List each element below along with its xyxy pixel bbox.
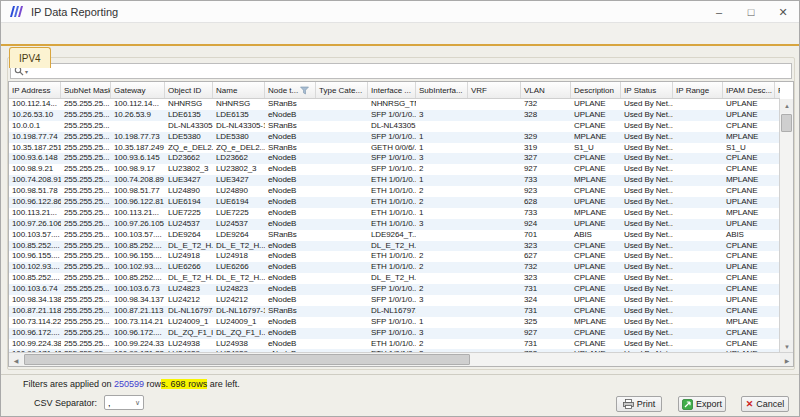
table-cell <box>316 328 368 339</box>
table-cell: CPLANE <box>723 339 775 350</box>
table-cell <box>673 175 723 186</box>
table-row[interactable]: 100.99.224.38255.255.25...100.99.224.33L… <box>9 339 780 350</box>
table-cell: LU24212 <box>213 295 265 306</box>
table-cell: 100.96.155.... <box>9 251 61 262</box>
cancel-button[interactable]: ✕ Cancel <box>741 396 789 412</box>
column-header-label: Gateway <box>114 86 146 95</box>
csv-separator-select[interactable]: , ∨ <box>104 395 144 410</box>
table-row[interactable]: 100.96.172....255.255.25...100.96.172...… <box>9 328 780 339</box>
table-cell: 100.74.208.91 <box>9 175 61 186</box>
close-icon[interactable]: ✕ <box>767 1 799 23</box>
column-header-label: IP Range <box>676 86 709 95</box>
table-row[interactable]: 10.35.187.251255.255.25...10.35.187.249Z… <box>9 143 780 154</box>
table-cell: CPLANE <box>723 306 775 317</box>
export-button[interactable]: Export <box>678 396 726 412</box>
table-row[interactable]: 100.103.6.74255.255.25...100.103.6.73LU2… <box>9 284 780 295</box>
column-header-label: IPAM Desc... <box>726 86 772 95</box>
table-row[interactable]: 100.112.14...255.255.25...100.112.14...N… <box>9 99 780 110</box>
horizontal-scrollbar[interactable]: ◀ ▶ <box>9 352 794 366</box>
table-cell: LUE6194 <box>165 197 213 208</box>
table-cell <box>316 306 368 317</box>
column-header-vlan[interactable]: VLAN <box>521 82 571 99</box>
table-row[interactable]: 100.97.26.106255.255.25...100.97.26.105L… <box>9 219 780 230</box>
table-cell: 100.85.252.... <box>9 273 61 284</box>
scroll-right-icon[interactable]: ▶ <box>780 353 794 367</box>
table-row[interactable]: 100.93.6.148255.255.25...100.93.6.145LD2… <box>9 153 780 164</box>
column-header-object-id[interactable]: Object ID <box>165 82 213 99</box>
table-cell: Used By Net... <box>621 273 673 284</box>
table-cell: Used By Net... <box>621 230 673 241</box>
table-row[interactable]: 100.102.93....255.255.25...100.102.93...… <box>9 262 780 273</box>
table-cell: 255.255.25... <box>61 99 111 110</box>
table-cell <box>673 132 723 143</box>
table-cell <box>316 110 368 121</box>
table-cell: DL_E_T2_H... <box>368 273 416 284</box>
scroll-left-icon[interactable]: ◀ <box>9 353 23 367</box>
table-row[interactable]: 10.26.53.10255.255.25...10.26.53.9LDE613… <box>9 110 780 121</box>
column-header-r[interactable]: R <box>775 82 780 99</box>
print-button[interactable]: Print <box>616 396 662 412</box>
table-cell: 328 <box>521 110 571 121</box>
column-header-interface[interactable]: Interface ... <box>368 82 416 99</box>
column-header-subnet-mask[interactable]: SubNet Mask <box>61 82 111 99</box>
table-row[interactable]: 100.98.9.21255.255.25...100.98.9.17LU238… <box>9 164 780 175</box>
table-row[interactable]: 10.198.77.74255.255.25...10.198.77.73LDE… <box>9 132 780 143</box>
column-header-ip-address[interactable]: IP Address <box>9 82 61 99</box>
table-row[interactable]: 100.74.208.91255.255.25...100.74.208.89L… <box>9 175 780 186</box>
search-box[interactable]: ▾ <box>10 63 792 79</box>
table-row[interactable]: 100.98.51.78255.255.25...100.98.51.77LU2… <box>9 186 780 197</box>
table-cell: 100.103.57.... <box>111 230 165 241</box>
table-cell <box>673 317 723 328</box>
table-cell: Used By Net... <box>621 121 673 132</box>
table-cell <box>316 186 368 197</box>
column-header-subinterfa[interactable]: SubInterfa... <box>416 82 468 99</box>
vertical-scrollbar[interactable]: ▲ ▼ <box>779 99 793 354</box>
horizontal-scroll-thumb[interactable] <box>24 354 470 365</box>
column-header-ip-range[interactable]: IP Range <box>673 82 723 99</box>
maximize-icon[interactable]: □ <box>735 1 767 23</box>
column-header-description[interactable]: Description <box>571 82 621 99</box>
table-cell <box>468 143 521 154</box>
table-cell <box>468 251 521 262</box>
table-cell <box>673 143 723 154</box>
table-cell <box>468 262 521 273</box>
table-cell <box>673 121 723 132</box>
table-row[interactable]: 100.73.114.22255.255.25...100.73.114.21L… <box>9 317 780 328</box>
table-cell: Used By Net... <box>621 262 673 273</box>
vertical-scroll-thumb[interactable] <box>781 114 792 132</box>
table-cell: ZQ_e_DEL2... <box>213 143 265 154</box>
table-cell: 100.85.252.... <box>9 241 61 252</box>
table-row[interactable]: 100.96.122.86255.255.25...100.96.122.81L… <box>9 197 780 208</box>
column-header-vrf[interactable]: VRF <box>468 82 521 99</box>
column-header-node-t[interactable]: Node t... <box>265 82 316 99</box>
table-cell: NHNRSG_TN... <box>368 99 416 110</box>
column-header-label: VRF <box>471 86 487 95</box>
column-header-type-cate[interactable]: Type Cate... <box>316 82 368 99</box>
table-row[interactable]: 10.0.0.1255.255.25...DL-NL43305-1DL-NL43… <box>9 121 780 132</box>
table-row[interactable]: 100.85.252....255.255.25...100.85.252...… <box>9 241 780 252</box>
table-cell: 923 <box>521 186 571 197</box>
tab-ipv4[interactable]: IPV4 <box>9 47 51 68</box>
filter-icon[interactable] <box>300 86 309 95</box>
table-cell: S1_U <box>723 143 775 154</box>
table-row[interactable]: 100.98.34.138255.255.25...100.98.34.137L… <box>9 295 780 306</box>
scroll-up-icon[interactable]: ▲ <box>780 99 794 113</box>
minimize-icon[interactable]: – <box>703 1 735 23</box>
column-header-gateway[interactable]: Gateway <box>111 82 165 99</box>
table-cell: Used By Net... <box>621 284 673 295</box>
table-cell: Used By Net... <box>621 197 673 208</box>
app-logo-icon <box>9 5 25 18</box>
table-row[interactable]: 100.113.21...255.255.25...100.113.21...L… <box>9 208 780 219</box>
column-header-name[interactable]: Name <box>213 82 265 99</box>
column-header-ip-status[interactable]: IP Status <box>621 82 673 99</box>
table-row[interactable]: 100.85.252....255.255.25...100.85.252...… <box>9 273 780 284</box>
table-cell: DL_E_T2_H... <box>213 241 265 252</box>
table-cell <box>468 121 521 132</box>
table-cell <box>316 164 368 175</box>
table-row[interactable]: 100.87.21.118255.255.25...100.87.21.113D… <box>9 306 780 317</box>
table-row[interactable]: 100.96.155....255.255.25...100.96.155...… <box>9 251 780 262</box>
table-row[interactable]: 100.103.57....255.255.25...100.103.57...… <box>9 230 780 241</box>
table-cell: SFP 1/0/1/0... <box>368 295 416 306</box>
search-input[interactable] <box>28 65 791 77</box>
column-header-ipam-desc[interactable]: IPAM Desc... <box>723 82 775 99</box>
